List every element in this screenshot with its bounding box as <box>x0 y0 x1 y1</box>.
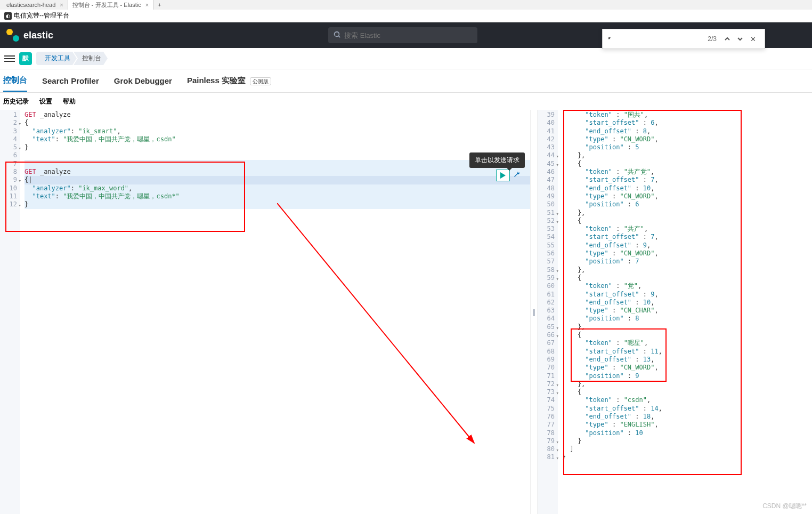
tab-console[interactable]: 控制台 <box>3 70 27 92</box>
nav-bar: 默 开发工具 控制台 <box>0 48 812 69</box>
hamburger-menu-icon[interactable] <box>4 54 15 63</box>
search-icon <box>334 31 341 40</box>
settings-link[interactable]: 设置 <box>39 97 52 106</box>
bookmark-item[interactable]: ◐ 电信宽带--管理平台 <box>4 11 69 20</box>
tab-painless-lab[interactable]: Painless 实验室 公测版 <box>187 70 271 91</box>
tooltip: 单击以发送请求 <box>469 152 525 168</box>
search-input[interactable] <box>344 31 472 39</box>
bookmark-label: 电信宽带--管理平台 <box>14 11 69 20</box>
breadcrumb-console[interactable]: 控制台 <box>74 52 108 65</box>
pane-splitter[interactable]: ‖ <box>530 110 538 514</box>
watermark: CSDN @嗯嗯** <box>762 502 807 511</box>
bookmark-favicon-icon: ◐ <box>4 12 12 20</box>
sub-tabs: 控制台 Search Profiler Grok Debugger Painle… <box>0 69 812 93</box>
tab-grok-debugger[interactable]: Grok Debugger <box>114 71 172 91</box>
new-tab-button[interactable]: + <box>153 0 165 10</box>
editor-area: 12▾345▾6789▾101112▾ GET _analyze{ "analy… <box>0 110 812 514</box>
find-prev-button[interactable] <box>721 33 734 45</box>
line-gutter: 12▾345▾6789▾101112▾ <box>0 110 20 514</box>
tab-search-profiler[interactable]: Search Profiler <box>42 71 99 91</box>
elastic-logo-icon <box>6 29 19 42</box>
browser-tab-strip: elasticsearch-head × 控制台 - 开发工具 - Elasti… <box>0 0 812 10</box>
browser-tab[interactable]: 控制台 - 开发工具 - Elastic × <box>68 0 153 10</box>
close-icon[interactable]: × <box>60 2 63 8</box>
breadcrumb: 开发工具 控制台 <box>36 52 108 65</box>
find-input[interactable] <box>608 35 703 43</box>
header-search[interactable] <box>328 27 477 43</box>
request-options-button[interactable] <box>511 170 523 181</box>
tab-title: elasticsearch-head <box>6 2 55 8</box>
send-request-button[interactable] <box>496 170 510 181</box>
tab-title: 控制台 - 开发工具 - Elastic <box>72 1 141 9</box>
code-content: "token" : "国共", "start_offset" : 6, "end… <box>558 110 812 514</box>
tab-label: Painless 实验室 <box>187 76 246 85</box>
line-gutter: 394041424344▾45▾464748495051▾52▾53545556… <box>538 110 558 514</box>
bookmark-bar: ◐ 电信宽带--管理平台 <box>0 10 812 22</box>
code-content[interactable]: GET _analyze{ "analyzer": "ik_smart", "t… <box>20 110 530 514</box>
request-editor[interactable]: 12▾345▾6789▾101112▾ GET _analyze{ "analy… <box>0 110 530 514</box>
find-next-button[interactable] <box>734 33 746 45</box>
browser-tab[interactable]: elasticsearch-head × <box>2 0 68 10</box>
request-actions <box>496 170 523 181</box>
response-viewer[interactable]: 394041424344▾45▾464748495051▾52▾53545556… <box>538 110 812 514</box>
find-count: 2/3 <box>708 35 717 43</box>
find-in-page-bar: 2/3 ✕ <box>602 29 765 49</box>
close-icon[interactable]: × <box>145 2 149 8</box>
find-close-button[interactable]: ✕ <box>746 33 759 45</box>
brand-text: elastic <box>23 30 53 41</box>
beta-badge: 公测版 <box>250 77 271 85</box>
help-link[interactable]: 帮助 <box>63 97 76 106</box>
console-toolbar: 历史记录 设置 帮助 <box>0 93 812 110</box>
history-link[interactable]: 历史记录 <box>3 97 29 106</box>
space-badge[interactable]: 默 <box>19 52 32 65</box>
breadcrumb-devtools[interactable]: 开发工具 <box>36 52 77 65</box>
elastic-logo[interactable]: elastic <box>6 29 53 42</box>
